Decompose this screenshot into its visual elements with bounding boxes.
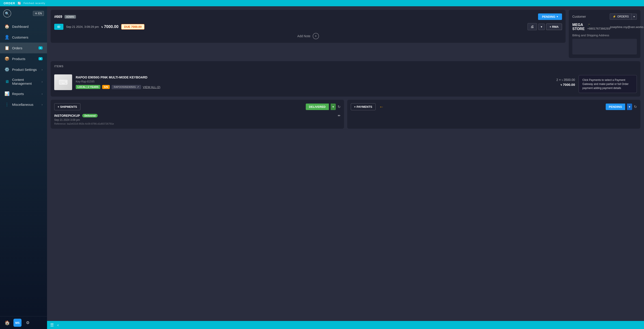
sidebar-bottom: 🏠 MS ⚙ [0,316,47,329]
add-payment-button[interactable]: + PAYMENTS [351,103,376,110]
sidebar-item-product-settings[interactable]: ⚙️ Product Settings › [0,64,47,75]
edit-icon[interactable]: ✏ [338,114,340,117]
content-icon: 🖥 [4,79,10,84]
refresh-icon: 🔄 [18,2,21,5]
bottom-section: + SHIPMENTS DELIVERED ▾ ↻ INSTOREPICKUP … [50,100,640,129]
orders-icon: 📋 [4,46,10,51]
reports-icon: 📊 [4,91,10,96]
order-date: Sep 21 2024, 3:09:29 pm [66,25,99,29]
sidebar-item-label: Reports [12,92,39,96]
payments-refresh-button[interactable]: ↻ [634,105,637,109]
fetch-status: Fetched recently [24,2,45,5]
back-button[interactable]: ‹ [57,323,59,327]
shipment-date: Sep 21 2024 3:09 pm [54,118,340,122]
phone-number: +8801767366293 [587,27,610,30]
rma-button[interactable]: + RMA [546,24,562,30]
chevron-right-icon: › [42,68,42,71]
billing-label: Billing and Shipping Address [572,34,637,37]
filter-icon: ⚡ [613,15,616,18]
items-title: ITEMS [54,65,637,68]
search-button[interactable]: 🔍 [3,10,11,18]
item-price: 2 × ৳ 3500.00 ৳ 7000.00 [556,78,575,87]
keyboard-image: ⌨ [54,74,72,90]
payments-header: + PAYMENTS ← PENDING ▾ ↻ [351,103,637,110]
order-amount: ৳ 7000.00 [102,25,118,29]
sn-button[interactable]: S/N [102,85,110,89]
order-detail-row: ID Sep 21 2024, 3:09:29 pm ৳ 7000.00 DUE… [54,23,562,30]
customer-card: Customer ⚡ ORDERS ▾ MEGA STORE [569,10,640,58]
sidebar-item-products[interactable]: 📦 Products + [0,53,47,64]
sidebar-item-content-management[interactable]: 🖥 Content Management › [0,75,47,88]
product-name: RAPOO E9050G PINK MULTI-MODE KEYBOARD [76,76,553,79]
action-buttons: 🖨 ▾ + RMA [528,23,562,30]
content-area: #669 ADMIN PENDING ▾ ID Sep 21 2024, 3:0… [47,6,644,329]
dropdown-button[interactable]: ▾ [538,24,545,30]
order-top-row: #669 ADMIN PENDING ▾ [54,14,562,20]
add-note-icon: + [313,33,319,39]
sidebar-item-orders[interactable]: 📋 Orders + [0,43,47,53]
print-button[interactable]: 🖨 [528,23,537,30]
payment-pending-dropdown[interactable]: ▾ [627,104,632,110]
item-tags: LOCAL | 2 YEARS S/N RAPOO505E9050G ↗ VIE… [76,85,553,89]
tooltip-text: Click Payments to select a Payment Gatew… [582,79,628,90]
bottom-bar: ☰ ‹ [47,321,644,329]
payments-card: + PAYMENTS ← PENDING ▾ ↻ [347,100,641,129]
rapoo-label: RAPOO505E9050G [114,86,136,88]
content-scroll: #669 ADMIN PENDING ▾ ID Sep 21 2024, 3:0… [47,6,644,321]
orders-button[interactable]: ⚡ ORDERS [610,14,632,20]
order-header-card: #669 ADMIN PENDING ▾ ID Sep 21 2024, 3:0… [50,10,566,43]
item-details: RAPOO E9050G PINK MULTI-MODE KEYBOARD Ke… [76,76,553,89]
item-quantity: 2 × ৳ 3500.00 [556,78,575,82]
shipment-reference: Reference: ba2e6318-992b-4c09-8786-d1d93… [54,122,340,125]
navigation: 🏠 Dashboard 👤 Customers 📋 Orders + 📦 Pro… [0,19,47,316]
store-badge[interactable]: MS [14,319,22,327]
admin-badge: ADMIN [64,15,76,19]
orders-dropdown-button[interactable]: ▾ [632,14,637,20]
sidebar-item-reports[interactable]: 📊 Reports › [0,88,47,99]
top-bar: ORDER 🔄 Fetched recently [0,0,644,6]
customer-title: Customer [572,15,586,18]
sidebar-item-customers[interactable]: 👤 Customers [0,32,47,43]
customer-email: josephine.roy@xen.works [610,25,643,29]
add-note-row[interactable]: Add Note + [54,30,562,39]
sidebar-item-miscellaneous[interactable]: ⋮ Miscellaneous › [0,99,47,110]
shipment-name: INSTOREPICKUP Delivered ✏ [54,114,340,117]
multiply-sign: × [559,78,561,82]
id-button[interactable]: ID [54,24,64,30]
shipment-item: INSTOREPICKUP Delivered ✏ Sep 21 2024 3:… [54,114,340,125]
sidebar-item-label: Dashboard [12,25,42,29]
order-number: #669 [54,15,62,19]
item-total: ৳ 7000.00 [556,83,575,87]
sidebar-item-label: Orders [12,46,36,50]
home-button[interactable]: 🏠 [3,319,11,327]
customer-name: MEGA STORE [572,23,585,31]
settings-button[interactable]: ⚙ [24,319,32,327]
payment-arrow-indicator: ← [379,104,384,109]
menu-icon[interactable]: ☰ [50,322,54,327]
external-link-icon: ↗ [137,86,139,89]
pending-status-button[interactable]: PENDING ▾ [538,14,562,20]
orders-button-group: ⚡ ORDERS ▾ [610,14,637,20]
misc-icon: ⋮ [4,102,10,107]
delivered-button[interactable]: DELIVERED [306,104,328,110]
customer-info-row: MEGA STORE 📱 +8801767366293 josephine.ro… [572,23,637,31]
products-badge: + [38,57,42,60]
order-section: #669 ADMIN PENDING ▾ ID Sep 21 2024, 3:0… [50,10,566,58]
view-all-link[interactable]: VIEW ALL (2) [143,85,160,89]
phone-icon: 📱 [587,24,591,27]
rapoo-badge[interactable]: RAPOO505E9050G ↗ [112,85,141,89]
shipments-refresh-button[interactable]: ↻ [338,105,340,109]
chevron-right-icon: › [42,80,42,83]
sidebar-item-dashboard[interactable]: 🏠 Dashboard [0,21,47,32]
pending-label: PENDING [542,15,555,18]
delivered-dropdown-button[interactable]: ▾ [330,104,336,110]
product-image: ⌨ [54,74,72,90]
top-section: #669 ADMIN PENDING ▾ ID Sep 21 2024, 3:0… [50,10,640,58]
language-toggle[interactable]: বাং EN [33,11,44,16]
items-card: ITEMS ⌨ RAPOO E9050G PINK MULTI-MODE KEY… [50,61,640,97]
add-shipment-button[interactable]: + SHIPMENTS [54,103,80,110]
customer-phone: 📱 +8801767366293 [587,24,610,30]
add-note-label: Add Note [297,34,310,38]
shipments-card: + SHIPMENTS DELIVERED ▾ ↻ INSTOREPICKUP … [50,100,344,129]
payment-pending-button[interactable]: PENDING [606,104,625,110]
